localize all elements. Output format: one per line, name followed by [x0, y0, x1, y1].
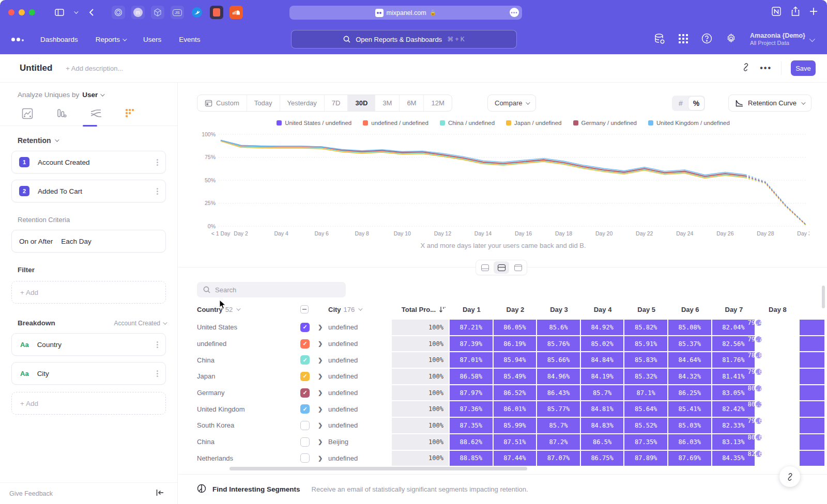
legend-item[interactable]: Germany / undefined [573, 120, 637, 126]
retention-cell-day-3[interactable]: 87.2% [537, 434, 580, 450]
vertical-scrollbar[interactable] [822, 286, 825, 308]
compare-button[interactable]: Compare [487, 94, 536, 112]
legend-item[interactable]: United States / undefined [277, 120, 351, 126]
column-header-day-3[interactable]: Day 3 [537, 302, 581, 317]
row-visibility-checkbox[interactable]: ✓ [300, 388, 310, 398]
more-options-icon[interactable]: ••• [760, 64, 772, 73]
retention-cell-day-6[interactable]: 85.08% [668, 320, 711, 335]
legend-item[interactable]: China / undefined [440, 120, 495, 126]
retention-cell-day-2[interactable]: 86.19% [494, 336, 537, 352]
retention-cell-day-1[interactable]: 86.58% [450, 369, 493, 384]
row-visibility-checkbox[interactable]: ✓ [300, 404, 310, 414]
tab-overview-chevron-icon[interactable] [72, 6, 79, 19]
retention-cell-day-8[interactable]: 78.87% [756, 352, 762, 358]
retention-cell-day-9-partial[interactable] [800, 352, 824, 368]
retention-cell-day-2[interactable]: 86.05% [494, 320, 537, 335]
retention-cell-day-4[interactable]: 86.5% [581, 434, 624, 450]
retention-cell-day-1[interactable]: 88.62% [450, 434, 493, 450]
address-bar[interactable]: mixpanel.com 🔒 ••• [289, 6, 522, 20]
breakdown-options-icon[interactable] [157, 370, 158, 377]
retention-cell-day-6[interactable]: 84.64% [668, 352, 711, 368]
retention-cell-day-8[interactable]: 79.77% [756, 336, 762, 342]
column-header-day-2[interactable]: Day 2 [494, 302, 538, 317]
ring-icon[interactable] [112, 6, 125, 19]
close-window-button[interactable] [8, 9, 14, 15]
nav-link-users[interactable]: Users [143, 36, 161, 43]
retention-cell-day-1[interactable]: 87.36% [450, 401, 493, 417]
cube-icon[interactable] [151, 6, 164, 19]
expand-row-icon[interactable]: ❯ [318, 368, 328, 385]
retention-cell-day-3[interactable]: 86.43% [537, 385, 580, 401]
url-more-icon[interactable]: ••• [510, 8, 519, 17]
select-all-checkbox[interactable] [300, 302, 318, 317]
tab-retention[interactable] [124, 108, 136, 120]
retention-step-1[interactable]: 1Account Created [11, 151, 166, 174]
expand-row-icon[interactable]: ❯ [318, 385, 328, 401]
expand-row-icon[interactable]: ❯ [318, 319, 328, 336]
tab-insights[interactable] [22, 108, 34, 120]
retention-chart[interactable]: 0%25%50%75%100%< 1 DayDay 2Day 4Day 6Day… [197, 130, 809, 240]
retention-cell-day-4[interactable]: 84.83% [581, 418, 624, 433]
date-range-7d[interactable]: 7D [325, 95, 348, 111]
breakdown-options-icon[interactable] [157, 341, 158, 348]
step-options-icon[interactable] [157, 188, 158, 195]
retention-section-header[interactable]: Retention [18, 136, 177, 145]
notion-extension-icon[interactable] [771, 6, 782, 19]
column-header-day-1[interactable]: Day 1 [450, 302, 494, 317]
copy-link-icon[interactable] [741, 62, 751, 74]
legend-item[interactable]: undefined / undefined [363, 120, 428, 126]
retention-cell-day-4[interactable]: 85.7% [581, 385, 624, 401]
retention-cell-day-3[interactable]: 85.66% [537, 352, 580, 368]
row-visibility-checkbox[interactable]: ✓ [300, 355, 310, 365]
date-range-today[interactable]: Today [247, 95, 280, 111]
retention-cell-day-6[interactable]: 86.03% [668, 434, 711, 450]
retention-cell-day-5[interactable]: 85.91% [624, 336, 667, 352]
table-search-input[interactable]: Search [197, 282, 346, 297]
retention-cell-day-2[interactable]: 85.49% [494, 369, 537, 384]
retention-cell-day-3[interactable]: 85.7% [537, 418, 580, 433]
retention-cell-day-5[interactable]: 87.1% [624, 385, 667, 401]
retention-cell-day-4[interactable]: 84.81% [581, 401, 624, 417]
retention-step-2[interactable]: 2Added To Cart [11, 180, 166, 202]
retention-cell-day-8[interactable]: 80.71% [756, 385, 762, 391]
find-interesting-segments-link[interactable]: Find Interesting Segments [212, 485, 300, 493]
retention-cell-day-1[interactable]: 87.21% [450, 320, 493, 335]
collapse-sidebar-icon[interactable] [156, 489, 164, 498]
chart-type-dropdown[interactable]: Retention Curve [728, 94, 811, 112]
row-visibility-checkbox[interactable] [300, 453, 310, 463]
minimize-window-button[interactable] [19, 9, 25, 15]
legend-item[interactable]: United Kingdom / undefined [648, 120, 730, 126]
retention-cell-day-5[interactable]: 85.82% [624, 320, 667, 335]
retention-cell-day-5[interactable]: 85.83% [624, 352, 667, 368]
percentage-toggle[interactable]: % [688, 97, 704, 110]
retention-cell-day-3[interactable]: 87.07% [537, 451, 580, 466]
column-header-day-5[interactable]: Day 5 [624, 302, 668, 317]
retention-cell-day-9-partial[interactable] [800, 434, 824, 450]
expand-row-icon[interactable]: ❯ [318, 352, 328, 368]
column-header-city[interactable]: City176 [328, 302, 392, 317]
date-range-3m[interactable]: 3M [375, 95, 400, 111]
project-switcher[interactable]: Amazonia {Demo} All Project Data [750, 32, 814, 47]
row-visibility-checkbox[interactable]: ✓ [300, 372, 310, 381]
retention-cell-day-6[interactable]: 85.03% [668, 418, 711, 433]
step-options-icon[interactable] [157, 159, 158, 166]
retention-cell-day-6[interactable]: 84.32% [668, 369, 711, 384]
expand-row-icon[interactable]: ❯ [318, 401, 328, 417]
column-header-day-8[interactable]: Day 8 [756, 302, 800, 317]
retention-criteria-card[interactable]: On or After Each Day [11, 230, 166, 253]
column-header-day-7[interactable]: Day 7 [712, 302, 756, 317]
retention-cell-day-4[interactable]: 84.84% [581, 352, 624, 368]
bird-icon[interactable] [190, 6, 204, 19]
share-icon[interactable] [791, 6, 800, 19]
settings-gear-icon[interactable] [726, 33, 737, 46]
retention-cell-day-6[interactable]: 86.25% [668, 385, 711, 401]
zoom-window-button[interactable] [29, 9, 35, 15]
page-title[interactable]: Untitled [20, 63, 52, 73]
retention-cell-day-1[interactable]: 88.85% [450, 451, 493, 466]
retention-cell-day-8[interactable]: 79.05% [756, 369, 762, 375]
producthunt-icon[interactable] [210, 6, 223, 19]
retention-cell-day-6[interactable]: 85.37% [668, 336, 711, 352]
retention-cell-day-2[interactable]: 87.44% [494, 451, 537, 466]
tab-funnels[interactable] [56, 108, 68, 120]
expand-row-icon[interactable]: ❯ [318, 450, 328, 467]
